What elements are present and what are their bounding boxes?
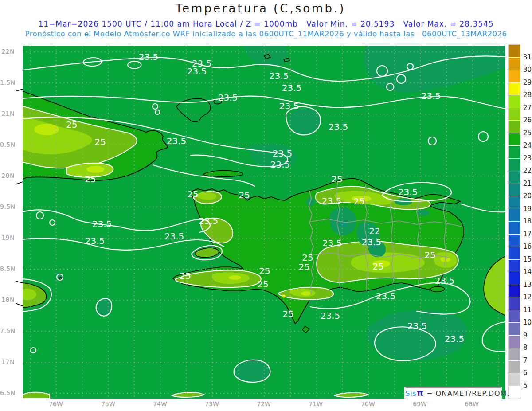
colorbar-segment: [509, 159, 520, 172]
colorbar-label: 5: [523, 382, 528, 390]
lat-label: 20N: [0, 172, 15, 179]
contour-label: 23.5: [322, 196, 342, 206]
lat-label: 1.5N: [0, 79, 15, 86]
contour-label: 23.5: [322, 238, 342, 248]
contour-label: 23.5: [421, 90, 441, 101]
contour-label: 23.5: [164, 231, 184, 242]
contour-label: 23.5: [199, 215, 219, 226]
lon-label: 70W: [355, 400, 381, 407]
colorbar-segment: [509, 323, 520, 336]
colorbar-label: 28: [523, 91, 532, 99]
map-canvas: 23.523.523.523.523.523.523.523.523.523.5…: [16, 46, 505, 399]
credit-pi-icon: π: [417, 388, 424, 398]
colorbar-label: 25: [523, 129, 532, 137]
colorbar-segment: [509, 209, 520, 222]
contour-label: 23.5: [167, 136, 187, 146]
contour-label: 25: [353, 196, 364, 207]
colorbar-label: 30: [523, 66, 532, 74]
contour-label: 25: [331, 174, 342, 184]
contour-label: 25: [180, 270, 191, 281]
colorbar-segment: [509, 196, 520, 209]
colorbar-label: 21: [523, 180, 532, 188]
contour-label: 23.5: [398, 187, 418, 197]
colorbar-label: 10: [523, 318, 532, 326]
domain-edge-strip: [16, 46, 23, 399]
lat-label: 8.5N: [0, 265, 15, 272]
colorbar-label: 24: [523, 141, 532, 149]
colorbar-label: 11: [523, 306, 532, 314]
lat-label: 18N: [0, 296, 15, 303]
contour-label: 23.5: [218, 92, 238, 103]
contour-label: 23.5: [269, 70, 289, 81]
saona-island: [430, 286, 445, 292]
colorbar-label: 26: [523, 116, 532, 124]
lon-label: 76W: [43, 400, 69, 407]
page-title: Temperatura (C,somb.): [16, 2, 505, 15]
colorbar-segment: [509, 285, 520, 298]
colorbar-segment: [509, 133, 520, 146]
lon-label: 74W: [147, 400, 173, 407]
colorbar-segment: [509, 336, 520, 348]
credit-box: Sisπ − ONAMET/REP.DOM.: [405, 387, 501, 399]
colorbar-label: 8: [523, 344, 528, 352]
contour-label: 23.5: [270, 159, 290, 170]
colorbar: [508, 44, 520, 399]
colorbar-label: 7: [523, 356, 528, 364]
colorbar-label: 18: [523, 217, 532, 225]
colorbar-label: 22: [523, 167, 532, 175]
colorbar-label: 29: [523, 78, 532, 86]
colorbar-label: 13: [523, 281, 532, 289]
colorbar-label: 14: [523, 268, 532, 276]
lat-label: 0.5N: [0, 141, 15, 148]
lon-label: 75W: [95, 400, 121, 407]
colorbar-segment: [509, 146, 520, 159]
colorbar-label: 23: [523, 154, 532, 162]
lat-label: 19N: [0, 234, 15, 241]
contour-label: 23.5: [329, 121, 348, 132]
colorbar-segment: [509, 45, 520, 58]
colorbar-label: 16: [523, 243, 532, 251]
contour-label: 23.5: [139, 51, 159, 62]
contour-label: 23.5: [435, 275, 455, 286]
colorbar-segment: [509, 95, 520, 108]
contour-label: 23.5: [321, 310, 340, 321]
contour-label: 23.5: [273, 148, 293, 159]
subtitle-model-info: Pronóstico con el Modelo Atmósferico WRF…: [0, 30, 532, 38]
contour-label: 23.5: [362, 237, 382, 247]
contour-label: 23.5: [92, 219, 112, 229]
contour-label: 25: [94, 137, 106, 147]
contour-label: 22: [369, 226, 380, 236]
temperature-map: 23.523.523.523.523.523.523.523.523.523.5…: [16, 46, 505, 399]
contour-label: 25: [85, 174, 96, 184]
colorbar-label: 15: [523, 255, 532, 263]
colorbar-segment: [509, 260, 520, 273]
colorbar-segment: [509, 297, 520, 310]
contour-label: 23.5: [279, 101, 299, 111]
lon-label: 68W: [458, 400, 485, 407]
contour-label: 23.5: [282, 82, 302, 93]
colorbar-label: 27: [523, 104, 532, 112]
colorbar-segment: [509, 222, 520, 235]
lon-label: 73W: [199, 400, 225, 407]
credit-text: − ONAMET/REP.DOM.: [424, 389, 509, 398]
weather-map-figure: Temperatura (C,somb.) 11−Mar−2026 1500 U…: [0, 0, 532, 411]
lat-label: 9.5N: [0, 203, 15, 210]
contour-label: 25: [259, 266, 270, 276]
contour-label: 25: [239, 190, 250, 200]
colorbar-segment: [509, 310, 520, 323]
contour-label: 23.5: [187, 66, 207, 77]
colorbar-segment: [509, 361, 520, 374]
contour-label: 25: [257, 279, 268, 290]
colorbar-segment: [509, 108, 520, 121]
contour-label: 23.5: [85, 235, 105, 246]
colorbar-segment: [509, 373, 520, 386]
colorbar-label: 19: [523, 205, 532, 213]
colorbar-segment: [509, 386, 520, 399]
contour-label: 23.5: [407, 321, 427, 331]
lon-label: 69W: [407, 400, 433, 407]
colorbar-label: 31: [523, 53, 532, 61]
contour-label: 23.5: [445, 333, 465, 344]
colorbar-label: 9: [523, 331, 528, 339]
colorbar-label: 12: [523, 293, 532, 301]
max-temp-spot: [282, 295, 286, 298]
